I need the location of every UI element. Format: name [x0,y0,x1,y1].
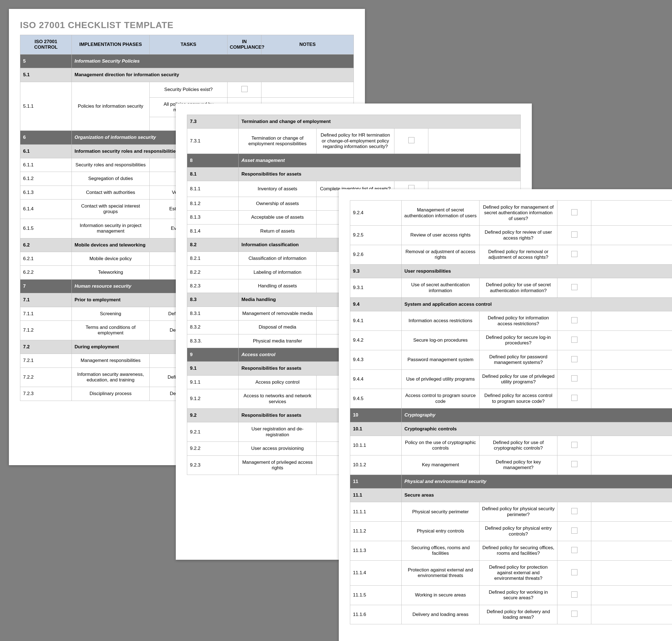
row-notes[interactable] [591,436,672,455]
checkbox[interactable] [571,547,577,553]
row-notes[interactable] [591,350,672,369]
sub-num: 7.2 [20,340,72,354]
row-notes[interactable] [591,226,672,245]
row-notes[interactable] [591,605,672,624]
th-phases: IMPLEMENTATION PHASES [72,35,150,55]
table-row: 10.1.1Policy on the use of cryptographic… [350,436,672,455]
row-task: Defined policy for key management? [480,455,558,475]
row-notes[interactable] [591,585,672,605]
row-phase: Working in secure areas [402,585,480,605]
row-phase: Security roles and responsibilities [72,158,150,172]
row-phase: Terms and conditions of employment [72,320,150,340]
row-notes[interactable] [591,278,672,298]
sub-num: 9.1 [187,362,239,375]
row-chk [558,331,591,350]
row-num: 9.2.6 [350,245,402,264]
row-chk [558,436,591,455]
row-chk [558,522,591,541]
table-row: 9.2.6Removal or adjustment of access rig… [350,245,672,264]
table-row: 9.4.3Password management systemDefined p… [350,350,672,369]
row-notes[interactable] [591,560,672,585]
row-notes[interactable] [591,455,672,475]
page-3: 9.2.4Management of secret authentication… [339,189,672,641]
row-notes[interactable] [591,201,672,226]
row-phase: Access control to program source code [402,389,480,408]
checkbox[interactable] [571,591,577,598]
row-num: 11.1.5 [350,585,402,605]
row-num: 8.2.3 [187,279,239,293]
row-phase: Labeling of information [239,265,317,279]
sub-label: User responsibilities [402,264,672,278]
row-chk [558,226,591,245]
row-chk [558,245,591,264]
row-phase: Disciplinary process [72,387,150,400]
row-phase: Classification of information [239,252,317,265]
row-notes[interactable] [261,82,354,97]
row-num: 9.4.5 [350,389,402,408]
row-notes[interactable] [591,369,672,389]
checkbox[interactable] [571,284,577,290]
checkbox[interactable] [408,137,414,143]
row-task: Defined policy for access control to pro… [480,389,558,408]
row-notes[interactable] [428,128,521,153]
row-task: Defined policy for information access re… [480,311,558,331]
checkbox[interactable] [571,356,577,362]
row-phase: Review of user access rights [402,226,480,245]
row-num: 6.1.1 [20,158,72,172]
row-notes[interactable] [591,389,672,408]
row-notes[interactable] [591,522,672,541]
checkbox[interactable] [571,375,577,381]
row-phase: Policies for information security [72,82,150,131]
checkbox[interactable] [242,86,248,92]
row-chk [558,201,591,226]
row-notes[interactable] [591,311,672,331]
row-num: 7.2.1 [20,354,72,368]
row-phase: Management of removable media [239,306,317,320]
sub-label: Termination and change of employment [239,115,521,128]
checkbox[interactable] [571,442,577,448]
row-num: 9.4.4 [350,369,402,389]
checkbox[interactable] [571,569,577,575]
checklist-table-3: 9.2.4Management of secret authentication… [350,200,672,624]
section-label: Physical and environmental security [402,475,672,488]
checkbox[interactable] [571,461,577,467]
row-phase: Teleworking [72,266,150,279]
row-chk [558,311,591,331]
row-task: Defined policy for protection against ex… [480,560,558,585]
checkbox[interactable] [571,337,577,343]
checkbox[interactable] [571,209,577,215]
table-row: 11.1.4Protection against external and en… [350,560,672,585]
row-num: 8.2.2 [187,265,239,279]
row-notes[interactable] [591,331,672,350]
row-phase: Secure log-on procedures [402,331,480,350]
row-num: 9.1.1 [187,375,239,389]
checkbox[interactable] [571,528,577,534]
sub-label: Cryptographic controls [402,422,672,436]
row-num: 8.1.2 [187,197,239,210]
row-num: 5.1.1 [20,82,72,131]
row-task: Defined policy for HR termination or cha… [317,128,394,153]
table-row: 9.4.1Information access restrictionsDefi… [350,311,672,331]
row-notes[interactable] [591,502,672,522]
row-num: 6.2.2 [20,266,72,279]
checkbox[interactable] [571,231,577,237]
checkbox[interactable] [571,251,577,257]
th-compliance: IN COMPLIANCE? [228,35,261,55]
table-row: 9.2.5Review of user access rightsDefined… [350,226,672,245]
checkbox[interactable] [571,508,577,514]
row-task: Defined policy for use of secret authent… [480,278,558,298]
table-row: 11.1.6Delivery and loading areasDefined … [350,605,672,624]
section-label: Information Security Policies [72,54,354,68]
row-num: 9.2.2 [187,442,239,455]
row-phase: Key management [402,455,480,475]
row-chk [558,455,591,475]
row-phase: Mobile device policy [72,252,150,266]
row-notes[interactable] [591,541,672,560]
sub-num: 6.1 [20,145,72,158]
row-notes[interactable] [591,245,672,264]
row-phase: Physical security perimeter [402,502,480,522]
checkbox[interactable] [571,395,577,401]
checkbox[interactable] [571,611,577,617]
checkbox[interactable] [571,317,577,323]
sub-label: System and application access control [402,297,672,311]
